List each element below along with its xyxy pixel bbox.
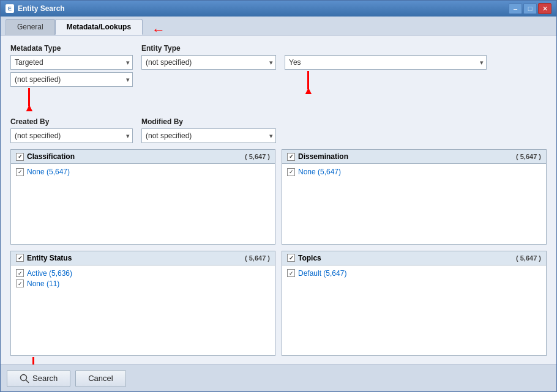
search-button[interactable]: Search xyxy=(7,370,70,387)
row-2: Created By (not specified) Modified By (… xyxy=(10,117,547,143)
title-bar: E Entity Search – □ ✕ xyxy=(1,1,556,17)
facet-entity-status-item-1[interactable]: ✓ None (11) xyxy=(16,279,270,288)
facet-entity-status-checkbox[interactable]: ✓ xyxy=(16,254,24,262)
metadata-type-select-wrapper: Targeted xyxy=(10,55,133,70)
facet-entity-status-count: ( 5,647 ) xyxy=(245,254,270,262)
facet-entity-status-item-checkbox-0[interactable]: ✓ xyxy=(16,269,24,277)
entity-type-select[interactable]: (not specified) xyxy=(141,55,276,70)
facet-entity-status-item-label-1: None (11) xyxy=(27,279,59,288)
modified-by-select[interactable]: (not specified) xyxy=(141,128,276,143)
search-icon xyxy=(20,374,29,383)
created-by-group: Created By (not specified) xyxy=(10,117,133,143)
facet-dissemination-item-label-0: None (5,647) xyxy=(298,168,341,176)
facet-dissemination-body: ✓ None (5,647) xyxy=(282,164,546,244)
facet-entity-status-item-label-0: Active (5,636) xyxy=(27,269,72,278)
modified-by-group: Modified By (not specified) xyxy=(141,117,276,143)
facet-entity-status-label: Entity Status xyxy=(27,254,72,262)
facet-topics-checkbox[interactable]: ✓ xyxy=(287,254,295,262)
created-by-label: Created By xyxy=(10,117,133,126)
entity-type-select-wrapper: (not specified) xyxy=(141,55,276,70)
modified-by-label: Modified By xyxy=(141,117,276,126)
yes-select-wrapper: Yes xyxy=(285,55,487,70)
facet-topics-count: ( 5,647 ) xyxy=(516,254,541,262)
facet-entity-status-header-left: ✓ Entity Status xyxy=(16,254,72,262)
minimize-button[interactable]: – xyxy=(509,3,522,14)
facet-dissemination-item-checkbox-0[interactable]: ✓ xyxy=(287,168,295,176)
facet-classification-header: ✓ Classification ( 5,647 ) xyxy=(11,150,275,164)
bottom-bar: Search Cancel xyxy=(1,364,556,391)
arrow-up-yes: ▲ xyxy=(303,71,314,94)
entity-type-group: Entity Type (not specified) xyxy=(141,44,276,70)
tab-general-label: General xyxy=(17,23,43,31)
facet-entity-status-item-checkbox-1[interactable]: ✓ xyxy=(16,279,24,287)
metadata-type-second-wrapper: (not specified) ▲ xyxy=(10,72,133,87)
metadata-type-select[interactable]: Targeted xyxy=(10,55,133,70)
facet-dissemination-item-0[interactable]: ✓ None (5,647) xyxy=(287,168,541,176)
facet-topics-item-0[interactable]: ✓ Default (5,647) xyxy=(287,269,541,278)
yes-select[interactable]: Yes xyxy=(285,55,487,70)
facet-topics-header: ✓ Topics ( 5,647 ) xyxy=(282,251,546,265)
created-by-select-wrapper: (not specified) xyxy=(10,128,133,143)
facet-classification-item-0[interactable]: ✓ None (5,647) xyxy=(16,168,270,176)
maximize-button[interactable]: □ xyxy=(523,3,537,14)
tab-metadata-label: Metadata/Lookups xyxy=(67,23,131,31)
arrow-head-up-2: ▲ xyxy=(303,88,314,94)
facet-topics-label: Topics xyxy=(298,254,321,262)
facet-topics-item-label-0: Default (5,647) xyxy=(298,269,346,278)
title-bar-controls: – □ ✕ xyxy=(509,3,551,14)
search-button-label: Search xyxy=(32,374,58,383)
arrow-head-up-1: ▲ xyxy=(24,105,35,111)
tab-arrow-indicator: ← xyxy=(152,22,165,38)
facet-dissemination-checkbox[interactable]: ✓ xyxy=(287,153,295,161)
arrow-up-metadata: ▲ xyxy=(24,88,35,111)
metadata-type-label: Metadata Type xyxy=(10,44,133,53)
facet-classification-label: Classification xyxy=(27,152,75,161)
facet-entity-status-body: ✓ Active (5,636) ✓ None (11) xyxy=(11,265,275,356)
facet-topics-body: ✓ Default (5,647) xyxy=(282,265,546,356)
row-1: Metadata Type Targeted (not specified) xyxy=(10,44,547,87)
facet-entity-status: ✓ Entity Status ( 5,647 ) ✓ Active (5,63… xyxy=(10,251,275,357)
close-button[interactable]: ✕ xyxy=(538,3,551,14)
window-title: Entity Search xyxy=(18,4,65,13)
facet-dissemination-count: ( 5,647 ) xyxy=(516,153,541,160)
facet-entity-status-header: ✓ Entity Status ( 5,647 ) xyxy=(11,251,275,265)
cancel-button-label: Cancel xyxy=(88,374,113,383)
entity-type-label: Entity Type xyxy=(141,44,276,53)
window-icon: E xyxy=(6,4,14,13)
arrow-spacer xyxy=(10,93,547,111)
facet-dissemination-label: Dissemination xyxy=(298,152,348,161)
facet-dissemination: ✓ Dissemination ( 5,647 ) ✓ None (5,647) xyxy=(282,149,547,245)
metadata-type-second-select[interactable]: (not specified) xyxy=(10,72,133,87)
facet-entity-status-item-0[interactable]: ✓ Active (5,636) xyxy=(16,269,270,278)
facet-topics: ✓ Topics ( 5,647 ) ✓ Default (5,647) xyxy=(282,251,547,357)
metadata-type-group: Metadata Type Targeted (not specified) xyxy=(10,44,133,87)
facet-classification-item-checkbox-0[interactable]: ✓ xyxy=(16,168,24,176)
facet-classification-header-left: ✓ Classification xyxy=(16,152,75,161)
facet-classification-item-label-0: None (5,647) xyxy=(27,168,70,176)
svg-line-1 xyxy=(26,380,29,382)
tabs-bar: General Metadata/Lookups ← xyxy=(1,17,556,35)
created-by-select[interactable]: (not specified) xyxy=(10,128,133,143)
facet-topics-item-checkbox-0[interactable]: ✓ xyxy=(287,269,295,277)
content-area: Metadata Type Targeted (not specified) xyxy=(1,35,556,364)
yes-field-group: Yes ▲ xyxy=(285,55,487,70)
metadata-type-second-select-wrapper: (not specified) xyxy=(10,72,133,87)
facet-classification-checkbox[interactable]: ✓ xyxy=(16,153,24,161)
main-window: E Entity Search – □ ✕ General Metadata/L… xyxy=(0,0,557,392)
facets-grid: ✓ Classification ( 5,647 ) ✓ None (5,647… xyxy=(10,149,547,356)
facet-classification-body: ✓ None (5,647) xyxy=(11,164,275,244)
title-bar-left: E Entity Search xyxy=(6,4,65,13)
arrow-down-entity-status: ▼ xyxy=(28,357,39,364)
facet-classification-count: ( 5,647 ) xyxy=(245,153,270,160)
modified-by-select-wrapper: (not specified) xyxy=(141,128,276,143)
facet-dissemination-header-left: ✓ Dissemination xyxy=(287,152,348,161)
facet-topics-header-left: ✓ Topics xyxy=(287,254,321,262)
tab-metadata[interactable]: Metadata/Lookups ← xyxy=(55,19,143,35)
tab-general[interactable]: General xyxy=(6,19,55,35)
facet-classification: ✓ Classification ( 5,647 ) ✓ None (5,647… xyxy=(10,149,275,245)
cancel-button[interactable]: Cancel xyxy=(75,370,125,387)
arrow-stem-down xyxy=(32,357,34,364)
facet-dissemination-header: ✓ Dissemination ( 5,647 ) xyxy=(282,150,546,164)
